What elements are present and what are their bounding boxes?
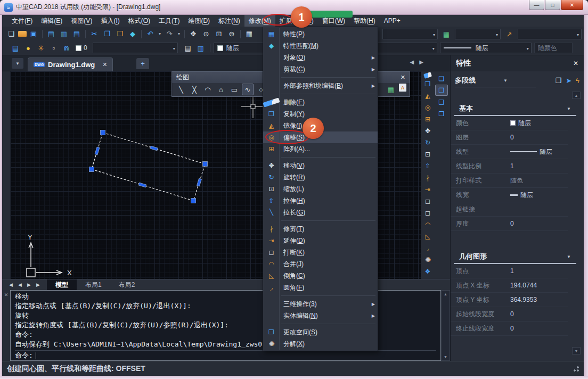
fillet-icon[interactable]: ◞ <box>421 242 434 253</box>
join-icon[interactable]: ◠ <box>421 219 434 230</box>
property-row[interactable]: 线型比例 1 <box>451 159 568 174</box>
undo-dropdown-icon[interactable]: ▾ <box>157 28 162 40</box>
match-properties-icon[interactable]: ◆ <box>127 28 138 40</box>
new-tab-button[interactable]: + <box>136 58 149 69</box>
menu-array[interactable]: ⊞ 阵列(A)... <box>263 143 378 155</box>
object-type-selector[interactable]: 多段线 <box>455 76 476 85</box>
draworder-send-under-icon[interactable]: ❒ <box>435 108 448 119</box>
undo-icon[interactable]: ↶ <box>144 28 156 40</box>
chamfer-icon[interactable]: ◺ <box>421 230 434 242</box>
menu-trim[interactable]: ∤ 修剪(T) <box>263 223 378 235</box>
menu-clip[interactable]: 剪裁(C) ▶ <box>263 63 378 75</box>
linetype-control-combo[interactable]: 随层 ▾ <box>440 43 532 53</box>
layout-tab[interactable]: 布局1 <box>77 279 110 291</box>
section-geometry[interactable]: 几何图形 ▼ <box>454 250 576 264</box>
midpoint-grips[interactable] <box>95 146 201 187</box>
break-icon[interactable]: ◻ <box>421 207 434 218</box>
property-row[interactable]: 线宽 随层 <box>451 188 568 202</box>
menu-bar-item[interactable]: 插入(I) <box>96 15 124 27</box>
layer-properties-icon[interactable]: ▤ <box>10 42 21 54</box>
offset-icon[interactable]: ◎ <box>421 102 434 113</box>
menu-bar-item[interactable]: 文件(F) <box>7 15 37 27</box>
close-icon[interactable]: ✕ <box>401 74 405 81</box>
mtext-icon[interactable]: A <box>399 84 406 92</box>
menu-lengthen[interactable]: ╲ 拉长(G) <box>263 207 378 218</box>
menu-3d-operations[interactable]: 三维操作(3) ▶ <box>263 298 378 310</box>
block-editor-icon[interactable]: ❖ <box>421 266 434 277</box>
collapse-icon[interactable]: ▼ <box>567 254 571 259</box>
construction-line-icon[interactable]: ╳ <box>189 84 200 95</box>
table-style-icon[interactable]: ▦ <box>440 28 452 40</box>
line-icon[interactable]: ╲ <box>175 84 187 95</box>
next-document-button[interactable]: ▶ <box>419 59 423 65</box>
doc-tab-menu-button[interactable]: ▼ <box>12 58 23 69</box>
property-row[interactable]: 终止线段宽度 0 <box>451 322 568 336</box>
select-objects-icon[interactable]: ➤ <box>566 77 571 85</box>
rotate-icon[interactable]: ↻ <box>421 137 434 148</box>
open-folder-icon[interactable] <box>18 31 27 37</box>
close-icon[interactable]: ✕ <box>573 60 578 67</box>
layer-states-icon[interactable]: ▥ <box>195 42 207 54</box>
layout-tab[interactable]: 布局2 <box>110 279 144 291</box>
copy-icon[interactable]: ❐ <box>421 78 434 89</box>
corner-grips[interactable] <box>89 130 208 203</box>
trim-icon[interactable]: ∤ <box>421 172 434 183</box>
menu-chamfer[interactable]: ◺ 倒角(C) <box>263 270 378 282</box>
scroll-down-button[interactable]: ▼ <box>572 347 581 355</box>
extend-icon[interactable]: ⇥ <box>421 184 434 195</box>
close-icon[interactable]: ✕ <box>4 292 9 298</box>
last-layout-button[interactable]: ▶ <box>34 282 43 287</box>
redo-icon[interactable]: ↷ <box>164 28 175 40</box>
layout-tab[interactable]: 模型 <box>47 279 77 291</box>
selected-polyline[interactable] <box>92 133 205 201</box>
zoom-window-icon[interactable]: ⊡ <box>213 28 225 40</box>
menu-join[interactable]: ◠ 合并(J) <box>263 258 378 270</box>
minimize-button[interactable]: — <box>529 0 544 10</box>
scroll-up-icon[interactable]: ▲ <box>444 292 447 296</box>
layer-freeze-icon[interactable]: ✳ <box>35 42 47 54</box>
menu-break[interactable]: ◻ 打断(K) <box>263 246 378 258</box>
multileader-style-combo[interactable]: ▾ <box>518 29 582 39</box>
copy-clip-icon[interactable]: ❐ <box>101 28 113 40</box>
array-icon[interactable]: ⊞ <box>421 113 434 125</box>
calculator-icon[interactable]: ▦ <box>243 28 255 40</box>
property-row[interactable]: 打印样式 随色 <box>451 174 568 188</box>
stretch-icon[interactable]: ⇧ <box>421 160 434 171</box>
maximize-button[interactable]: □ <box>545 0 560 10</box>
polyline-icon[interactable]: ∿ <box>242 84 254 95</box>
close-button[interactable]: ✕ <box>561 0 583 10</box>
properties-header[interactable]: 特性 ✕ <box>451 55 584 71</box>
multileader-style-icon[interactable]: ↗ <box>503 28 515 40</box>
zoom-previous-icon[interactable]: ⊖ <box>226 28 238 40</box>
paste-icon[interactable]: ❒ <box>114 28 126 40</box>
menu-copy[interactable]: ❐ 复制(Y) <box>263 108 378 120</box>
zoom-realtime-icon[interactable]: ⊙ <box>200 28 212 40</box>
chevron-down-icon[interactable]: ▼ <box>503 78 508 83</box>
layer-previous-icon[interactable]: ▤ <box>182 42 194 54</box>
draworder-bring-to-front-icon[interactable]: ❏ <box>435 73 448 84</box>
prev-document-button[interactable]: ◀ <box>410 59 414 65</box>
print-preview-icon[interactable]: ▥ <box>58 28 70 40</box>
menu-fillet[interactable]: ◞ 圆角(F) <box>263 282 378 293</box>
property-row[interactable]: 顶点 1 <box>451 264 568 278</box>
menu-match-properties[interactable]: ◆ 特性匹配(M) <box>263 40 378 52</box>
move-icon[interactable]: ✥ <box>421 125 434 136</box>
property-row[interactable]: 颜色 随层 <box>451 116 568 130</box>
menu-erase[interactable]: 删除(E) <box>263 96 378 108</box>
table-icon[interactable]: ▦ <box>385 84 397 95</box>
table-style-combo[interactable]: ▾ <box>455 29 501 39</box>
menu-properties[interactable]: ▦ 特性(P) <box>263 28 378 40</box>
resize-grip[interactable] <box>572 366 579 373</box>
document-tab[interactable]: DWG Drawing1.dwg ✕ <box>28 57 113 71</box>
property-row[interactable]: 线型 随层 <box>451 145 568 159</box>
scroll-down-icon[interactable]: ▼ <box>444 355 447 359</box>
property-row[interactable]: 图层 0 <box>451 130 568 145</box>
scale-icon[interactable]: ⊡ <box>421 149 434 160</box>
menu-extend[interactable]: ⇥ 延伸(D) <box>263 235 378 246</box>
new-file-icon[interactable]: ❏ <box>5 28 17 40</box>
break-at-point-icon[interactable]: ◻ <box>421 195 434 207</box>
redo-dropdown-icon[interactable]: ▾ <box>176 28 182 40</box>
menu-object[interactable]: 对象(O) ▶ <box>263 52 378 63</box>
quick-select-icon[interactable]: ❐ <box>556 77 562 85</box>
next-layout-button[interactable]: ▶ <box>24 282 34 287</box>
